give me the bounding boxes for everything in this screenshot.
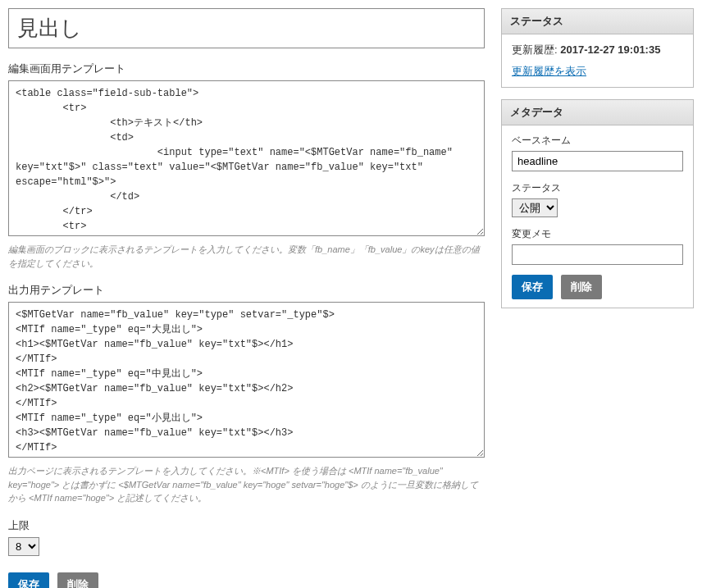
history-line: 更新履歴: 2017-12-27 19:01:35 — [512, 43, 683, 57]
status-select[interactable]: 公開 — [512, 198, 558, 217]
limit-label: 上限 — [8, 518, 485, 533]
output-template-textarea[interactable] — [8, 302, 485, 458]
history-label: 更新履歴: — [512, 43, 558, 56]
edit-template-hint: 編集画面のブロックに表示されるテンプレートを入力してください。変数「fb_nam… — [8, 243, 485, 270]
history-timestamp: 2017-12-27 19:01:35 — [560, 43, 660, 56]
limit-select[interactable]: 8 — [8, 537, 39, 556]
edit-template-label: 編集画面用テンプレート — [8, 62, 485, 76]
title-input[interactable] — [8, 8, 485, 48]
edit-template-textarea[interactable] — [8, 80, 485, 236]
show-history-link[interactable]: 更新履歴を表示 — [512, 65, 586, 77]
metadata-panel: メタデータ ベースネーム ステータス 公開 変更メモ 保存 — [501, 99, 694, 308]
side-save-button[interactable]: 保存 — [512, 275, 553, 299]
output-template-hint: 出力ページに表示されるテンプレートを入力してください。※<MTIf> を使う場合… — [8, 464, 485, 505]
metadata-panel-title: メタデータ — [502, 100, 693, 125]
status-label: ステータス — [512, 181, 683, 195]
save-button[interactable]: 保存 — [8, 572, 49, 589]
basename-input[interactable] — [512, 151, 683, 171]
memo-input[interactable] — [512, 244, 683, 265]
memo-label: 変更メモ — [512, 227, 683, 241]
status-panel: ステータス 更新履歴: 2017-12-27 19:01:35 更新履歴を表示 — [501, 8, 694, 88]
delete-button[interactable]: 削除 — [57, 572, 98, 589]
status-panel-title: ステータス — [502, 9, 693, 34]
output-template-label: 出力用テンプレート — [8, 283, 485, 298]
basename-label: ベースネーム — [512, 134, 683, 148]
side-delete-button[interactable]: 削除 — [561, 275, 602, 299]
